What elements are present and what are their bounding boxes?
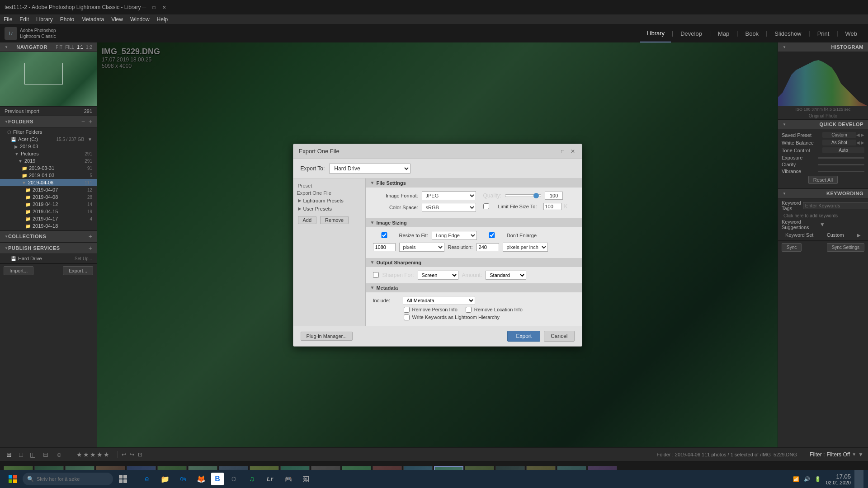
folders-remove-button[interactable]: − [81, 118, 85, 125]
folder-pictures[interactable]: ▼ Pictures 291 [0, 150, 97, 157]
minimize-button[interactable]: — [141, 4, 147, 10]
volume-icon[interactable]: 🔊 [802, 474, 811, 483]
amount-select[interactable]: Standard [486, 271, 526, 280]
star-1[interactable]: ★ [76, 451, 82, 458]
publish-hard-drive[interactable]: 💾 Hard Drive Set Up... [0, 255, 97, 262]
folder-2019-04-12[interactable]: 📁 2019-04-12 14 [0, 201, 97, 208]
vibrance-slider[interactable] [818, 171, 864, 172]
tab-book[interactable]: Book [739, 24, 765, 42]
spotify-icon[interactable]: ♫ [244, 471, 260, 487]
star-3[interactable]: ★ [90, 451, 96, 458]
preset-lightroom[interactable]: ▶ Lightroom Presets [293, 197, 365, 205]
sharpen-checkbox[interactable] [373, 272, 379, 278]
grid-view-button[interactable]: ⊞ [5, 450, 14, 459]
show-desktop-button[interactable] [854, 470, 863, 488]
output-sharpening-header[interactable]: ▼ Output Sharpening [366, 258, 582, 267]
task-view-button[interactable] [115, 471, 131, 487]
cancel-button[interactable]: Cancel [544, 331, 574, 342]
crop-overlay-icon[interactable]: ⊡ [138, 451, 142, 458]
tab-print[interactable]: Print [811, 24, 836, 42]
publish-add-button[interactable]: + [89, 244, 92, 252]
size-unit-select[interactable]: pixels [399, 243, 444, 252]
folder-2019-04-03[interactable]: 📁 2019-04-03 5 [0, 172, 97, 179]
folder-2019[interactable]: ▼ 2019 291 [0, 157, 97, 164]
windows-start-button[interactable] [5, 471, 21, 487]
store-icon[interactable]: 🛍 [175, 471, 191, 487]
suggestions-arrow-icon[interactable]: ▼ [820, 221, 825, 228]
b-app-icon[interactable]: B [211, 473, 224, 485]
folder-2019-03[interactable]: ▶ 2019-03 [0, 143, 97, 150]
remove-person-checkbox[interactable] [404, 307, 410, 313]
star-2[interactable]: ★ [83, 451, 89, 458]
zoom-fill[interactable]: FILL [65, 45, 74, 50]
resolution-unit-select[interactable]: pixels per inch [503, 243, 548, 252]
folder-2019-04-18[interactable]: 📁 2019-04-18 [0, 222, 97, 230]
taskbar-clock[interactable]: 17.05 02.01.2020 [826, 473, 851, 485]
filter-options-icon[interactable]: ▼ [858, 451, 863, 458]
clarity-slider[interactable] [818, 164, 864, 165]
export-to-select[interactable]: Hard Drive [329, 164, 410, 174]
maximize-button[interactable]: □ [151, 4, 157, 10]
explorer-icon[interactable]: 📁 [157, 471, 173, 487]
exposure-slider[interactable] [818, 157, 864, 159]
menu-edit[interactable]: Edit [19, 16, 29, 23]
color-space-select[interactable]: sRGB [422, 203, 476, 212]
sharpen-for-select[interactable]: Screen [418, 271, 458, 280]
dialog-maximize-button[interactable]: □ [559, 148, 566, 155]
write-keywords-checkbox[interactable] [404, 314, 410, 320]
edge-browser-icon[interactable]: e [139, 471, 155, 487]
taskbar-search-input[interactable] [37, 476, 108, 482]
navigator-thumbnail[interactable] [0, 52, 97, 106]
loupe-view-button[interactable]: □ [17, 450, 24, 459]
arrow-right-icon[interactable]: ▶ [861, 140, 864, 145]
keyword-set-arrow-icon[interactable]: ▶ [857, 233, 861, 238]
tab-develop[interactable]: Develop [674, 24, 708, 42]
zoom-1-2[interactable]: 1:2 [86, 45, 92, 50]
arrow-left-icon[interactable]: ◀ [856, 140, 860, 145]
firefox-icon[interactable]: 🦊 [193, 471, 209, 487]
preset-add-button[interactable]: Add [298, 216, 317, 224]
survey-view-button[interactable]: ⊟ [41, 450, 50, 459]
sync-button[interactable]: Sync [782, 243, 802, 252]
export-action-button[interactable]: Export [507, 331, 540, 342]
compare-view-button[interactable]: ◫ [28, 450, 38, 459]
close-button[interactable]: ✕ [161, 4, 167, 10]
export-button[interactable]: Export... [63, 266, 93, 275]
menu-help[interactable]: Help [157, 16, 168, 23]
menu-view[interactable]: View [111, 16, 123, 23]
previous-import[interactable]: Previous Import 291 [0, 107, 97, 116]
keyword-tags-input[interactable] [803, 202, 868, 209]
game-icon[interactable]: 🎮 [280, 471, 296, 487]
menu-library[interactable]: Library [36, 16, 53, 23]
folder-acer[interactable]: 💾 Acer (C:) 15.5 / 237 GB ▼ [0, 136, 97, 143]
star-5[interactable]: ★ [104, 451, 109, 458]
publish-services-header[interactable]: ▼ Publish Services + [0, 243, 97, 254]
quick-develop-header[interactable]: ▼ Quick Develop [778, 120, 868, 129]
menu-file[interactable]: File [4, 16, 12, 23]
limit-filesize-checkbox[interactable] [483, 203, 489, 209]
folder-2019-03-31[interactable]: 📁 2019-03-31 91 [0, 164, 97, 172]
menu-photo[interactable]: Photo [60, 16, 74, 23]
image-format-select[interactable]: JPEG [422, 191, 476, 200]
include-select[interactable]: All Metadata [403, 296, 475, 305]
tab-slideshow[interactable]: Slideshow [768, 24, 807, 42]
people-view-button[interactable]: ☺ [54, 450, 64, 459]
quality-input[interactable] [545, 192, 563, 200]
preset-user[interactable]: ▶ User Presets [293, 205, 365, 213]
resize-checkbox[interactable] [373, 232, 396, 238]
plugin-manager-button[interactable]: Plug-in Manager... [301, 332, 353, 341]
sync-settings-button[interactable]: Sync Settings [827, 243, 864, 252]
folder-2019-04-08[interactable]: 📁 2019-04-08 28 [0, 193, 97, 201]
folder-2019-04-06[interactable]: ▼ 2019-04-06 111 [0, 179, 97, 186]
resize-select[interactable]: Long Edge [432, 231, 477, 240]
publish-item-action[interactable]: Set Up... [75, 256, 92, 261]
keyword-click-text[interactable]: Click here to add keywords [782, 212, 864, 219]
zoom-fit[interactable]: FIT [56, 45, 62, 50]
photoshop-icon[interactable]: ⬡ [226, 471, 242, 487]
file-settings-header[interactable]: ▼ File Settings [366, 178, 582, 188]
tab-library[interactable]: Library [640, 24, 671, 42]
star-4[interactable]: ★ [97, 451, 103, 458]
folders-add-button[interactable]: + [89, 118, 92, 125]
reset-all-button[interactable]: Reset All [808, 176, 838, 184]
tab-map[interactable]: Map [712, 24, 736, 42]
